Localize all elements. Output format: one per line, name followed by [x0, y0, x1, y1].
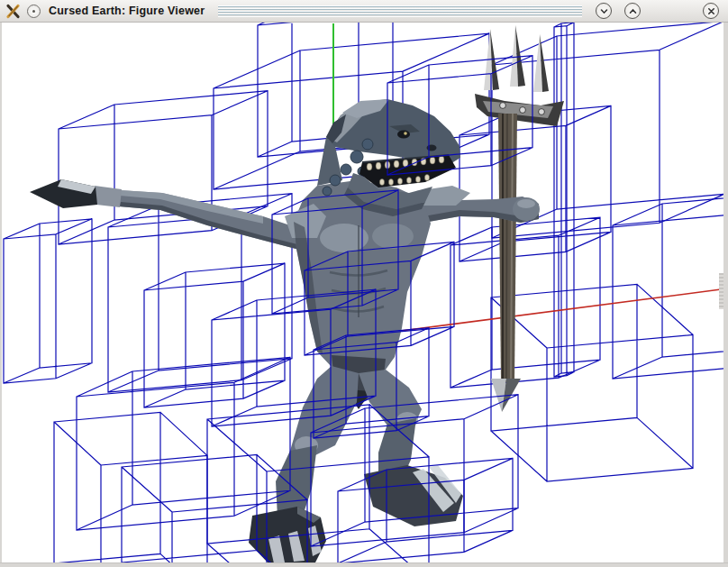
shade-down-button[interactable] — [596, 3, 612, 19]
window-title: Cursed Earth: Figure Viewer — [47, 5, 208, 18]
close-button[interactable] — [703, 3, 719, 19]
bounding-box — [450, 217, 600, 388]
bounding-box — [613, 194, 723, 379]
chevron-down-icon — [599, 6, 609, 16]
shade-up-button[interactable] — [624, 3, 641, 19]
app-icon[interactable] — [5, 4, 21, 19]
app-window: Cursed Earth: Figure Viewer — [0, 0, 728, 567]
close-icon — [706, 6, 716, 16]
right-edge-resize-grip[interactable] — [719, 273, 723, 309]
bounding-box — [4, 219, 92, 383]
viewport-3d[interactable] — [0, 23, 728, 562]
window-bottom-border[interactable] — [0, 562, 728, 567]
bounding-box — [144, 263, 285, 407]
scene-svg — [2, 23, 723, 562]
sticky-button[interactable] — [27, 5, 41, 18]
titlebar[interactable]: Cursed Earth: Figure Viewer — [0, 0, 728, 23]
creature-legs — [249, 355, 463, 562]
chevron-up-icon — [628, 6, 638, 16]
titlebar-grip[interactable] — [218, 5, 582, 17]
